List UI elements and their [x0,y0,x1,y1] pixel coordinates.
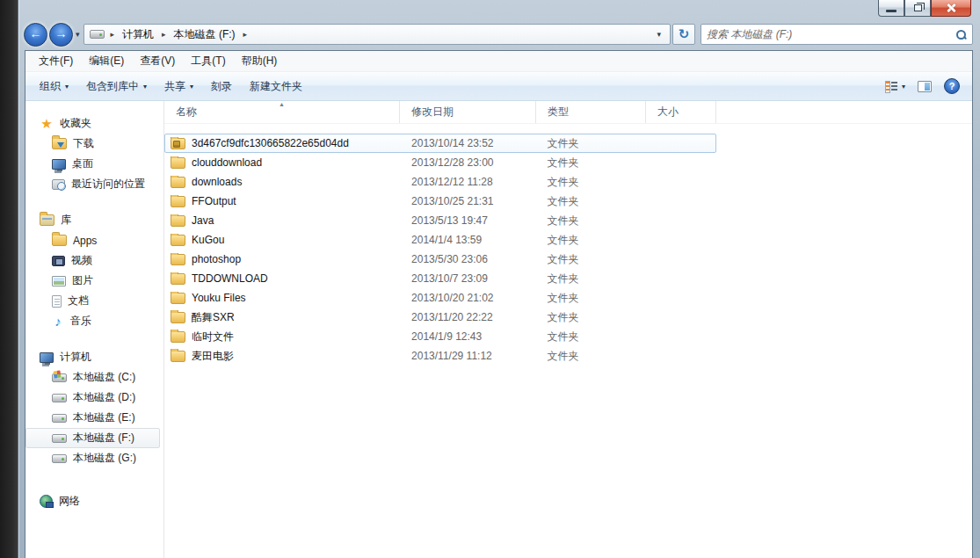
sidebar-section-header[interactable]: 计算机 [25,347,163,367]
file-date-modified: 2013/10/25 21:31 [400,195,536,207]
sidebar-section: 计算机 本地磁盘 (C:) 本地磁盘 (D:) 本地磁盘 (E:) 本地磁盘 (… [25,347,163,468]
folder-icon [171,235,185,246]
column-header[interactable]: 类型 [536,101,646,123]
sidebar-section-header[interactable]: 库 [25,210,163,230]
sidebar-section-header[interactable]: ★ 收藏夹 [25,113,163,134]
sidebar-item[interactable]: 视频 [25,250,163,271]
file-row[interactable]: FFOutput 2013/10/25 21:31 文件夹 [164,192,716,211]
back-icon: ← [30,27,42,40]
breadcrumb-item[interactable]: 本地磁盘 (F:) [172,25,237,44]
column-header[interactable]: 修改日期 [400,101,536,123]
history-dropdown-icon[interactable]: ▾ [76,30,80,39]
search-input[interactable] [707,28,955,40]
file-row[interactable]: Youku Files 2013/10/20 21:02 文件夹 [164,288,716,308]
file-date-modified: 2013/11/29 11:12 [400,350,536,362]
menu-item[interactable]: 工具(T) [183,51,233,71]
file-row[interactable]: TDDOWNLOAD 2013/10/7 23:09 文件夹 [164,269,716,288]
column-header[interactable]: 大小 [646,101,716,123]
toolbar-button[interactable]: 包含到库中 ▾ [77,75,156,98]
sidebar-item[interactable]: 下载 [25,134,163,154]
sidebar-item-label: 本地磁盘 (C:) [73,370,135,385]
sidebar-item[interactable]: 图片 [25,271,163,291]
file-row[interactable]: 3d467cf9dfc130665822e65d04dd 2013/10/14 … [164,134,716,153]
location-drive-icon [90,30,105,39]
address-bar[interactable]: ▸计算机▸本地磁盘 (F:)▸ ▾ [83,24,671,45]
sidebar-section: 库 Apps 视频 图片 文档 ♪ 音乐 [25,210,163,331]
file-area: ▲ 名称 修改日期 类型 大小 3d467cf9dfc130665822e65d… [164,101,972,558]
sidebar-item[interactable]: 本地磁盘 (G:) [25,448,163,468]
file-type: 文件夹 [536,194,646,209]
folder-icon [171,331,185,343]
navigation-pane: ★ 收藏夹 下载 桌面 最近访问的位置 库 Apps 视频 图片 文档 ♪ 音乐… [25,101,164,558]
close-button[interactable] [931,0,971,17]
file-date-modified: 2014/1/4 13:59 [400,234,536,246]
toolbar-button[interactable]: 刻录 [202,75,241,98]
refresh-button[interactable]: ↻ [672,24,695,45]
file-name: Java [192,214,214,227]
file-row[interactable]: KuGou 2014/1/4 13:59 文件夹 [164,230,716,250]
menu-item[interactable]: 查看(V) [132,51,183,71]
change-view-button[interactable]: ▾ [885,80,905,92]
sidebar-section-header[interactable]: 网络 [25,491,163,511]
address-dropdown-icon[interactable]: ▾ [651,30,666,39]
file-row[interactable]: 酷舞SXR 2013/11/20 22:22 文件夹 [164,308,716,327]
file-name: FFOutput [192,195,236,207]
menu-item[interactable]: 文件(F) [31,51,81,71]
drive-icon [52,434,67,443]
menu-item[interactable]: 帮助(H) [234,51,286,71]
column-header[interactable]: ▲ 名称 [164,101,400,123]
back-button[interactable]: ← [24,23,47,47]
locked-folder-icon [171,138,185,149]
file-type: 文件夹 [536,136,646,151]
sidebar-item[interactable]: ♪ 音乐 [25,311,163,331]
sidebar-item-selected[interactable]: 本地磁盘 (F:) [25,428,160,448]
toolbar-button[interactable]: 新建文件夹 [241,75,311,98]
sidebar-item[interactable]: 桌面 [25,154,163,174]
chevron-down-icon: ▾ [190,83,193,91]
file-type: 文件夹 [536,252,646,267]
maximize-button[interactable] [904,0,931,17]
toolbar-button-label: 新建文件夹 [250,79,302,94]
file-row[interactable]: photoshop 2013/5/30 23:06 文件夹 [164,250,716,269]
videos-icon [52,256,65,266]
folder-icon [171,312,185,323]
sidebar-item[interactable]: 最近访问的位置 [25,174,163,194]
file-type: 文件夹 [536,233,646,248]
sidebar-item-label: 视频 [71,253,92,268]
forward-button[interactable]: → [49,23,73,47]
toolbar-button[interactable]: 共享 ▾ [156,75,202,98]
sidebar-item[interactable]: 本地磁盘 (E:) [25,408,163,428]
sidebar-section-label: 库 [61,213,71,228]
sidebar-item[interactable]: 本地磁盘 (C:) [25,367,163,388]
sidebar-item-label: 桌面 [72,156,93,171]
sidebar-item[interactable]: 本地磁盘 (D:) [25,388,163,408]
chevron-down-icon: ▾ [65,83,69,91]
file-row[interactable]: clouddownload 2013/12/28 23:00 文件夹 [164,153,716,172]
sidebar-item[interactable]: 文档 [25,291,163,311]
file-row[interactable]: downloads 2013/12/12 11:28 文件夹 [164,172,716,192]
sidebar-item[interactable]: Apps [25,230,163,250]
file-name: 3d467cf9dfc130665822e65d04dd [192,137,349,149]
forward-icon: → [55,27,68,40]
sidebar-section-label: 网络 [59,494,80,509]
help-button[interactable]: ? [944,78,960,94]
sidebar-item-label: 本地磁盘 (D:) [73,390,135,405]
file-row[interactable]: 麦田电影 2013/11/29 11:12 文件夹 [164,346,716,366]
sidebar-item-label: 本地磁盘 (E:) [73,410,135,425]
minimize-button[interactable] [878,0,904,17]
breadcrumb-item[interactable]: 计算机 [120,25,156,44]
file-date-modified: 2013/12/28 23:00 [400,156,536,169]
file-row[interactable]: Java 2013/5/13 19:47 文件夹 [164,211,716,230]
menu-item[interactable]: 编辑(E) [81,51,132,71]
file-type: 文件夹 [536,349,646,364]
search-box[interactable] [701,24,973,45]
file-row[interactable]: 临时文件 2014/1/9 12:43 文件夹 [164,327,716,346]
star-icon: ★ [40,117,54,131]
toolbar-button[interactable]: 组织 ▾ [31,75,77,98]
menu-bar: 文件(F)编辑(E)查看(V)工具(T)帮助(H) [25,51,972,72]
file-type: 文件夹 [536,310,646,325]
file-date-modified: 2013/10/20 21:02 [400,292,536,304]
sidebar-section-label: 收藏夹 [60,116,91,131]
window-controls [878,0,971,17]
preview-pane-button[interactable] [918,81,932,92]
